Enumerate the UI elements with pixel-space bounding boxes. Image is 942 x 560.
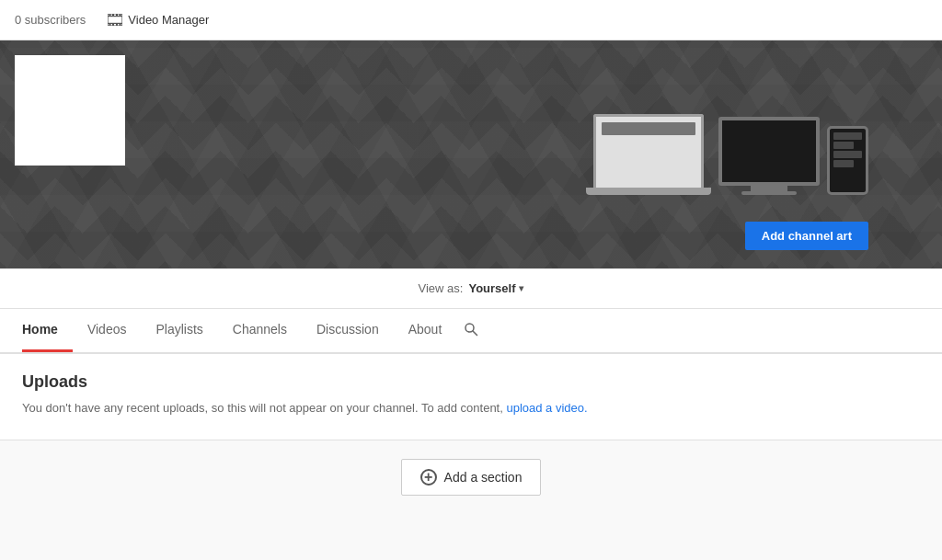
laptop-device [586, 114, 711, 195]
phone-line-1 [833, 132, 862, 140]
tab-playlists[interactable]: Playlists [141, 309, 217, 352]
svg-rect-1 [108, 16, 122, 17]
laptop-screen [593, 114, 704, 188]
tv-device [718, 117, 820, 195]
uploads-desc-text: You don't have any recent uploads, so th… [22, 401, 503, 415]
svg-rect-3 [109, 14, 111, 16]
tab-search-icon[interactable] [456, 313, 486, 349]
add-section-button[interactable]: + Add a section [401, 459, 542, 496]
devices-illustration [586, 114, 868, 195]
svg-rect-10 [120, 24, 121, 26]
video-manager-label: Video Manager [128, 13, 209, 27]
svg-rect-2 [108, 23, 122, 24]
view-as-selector[interactable]: Yourself ▾ [468, 281, 523, 295]
tv-screen [718, 117, 820, 186]
channel-tabs: Home Videos Playlists Channels Discussio… [0, 309, 942, 353]
view-as-bar: View as: Yourself ▾ [0, 269, 942, 309]
svg-line-12 [473, 331, 477, 336]
subscriber-number: 0 [15, 13, 21, 27]
svg-rect-7 [109, 24, 111, 26]
svg-rect-6 [120, 14, 121, 16]
video-manager-link[interactable]: Video Manager [108, 13, 209, 27]
phone-line-3 [833, 151, 862, 158]
laptop-base [586, 188, 711, 195]
tab-home[interactable]: Home [22, 309, 73, 352]
svg-rect-5 [116, 14, 118, 16]
chevron-down-icon: ▾ [519, 283, 523, 293]
phone-device [827, 126, 868, 195]
add-section-area: + Add a section [0, 440, 942, 514]
tab-about[interactable]: About [394, 309, 457, 352]
tab-discussion[interactable]: Discussion [302, 309, 394, 352]
svg-rect-4 [112, 14, 114, 16]
add-section-plus-icon: + [420, 469, 437, 486]
add-section-label: Add a section [444, 470, 523, 485]
laptop-screen-bar [602, 122, 695, 135]
subscribers-count: 0 subscribers [15, 13, 86, 27]
content-area: Uploads You don't have any recent upload… [0, 353, 942, 514]
uploads-section: Uploads You don't have any recent upload… [0, 354, 942, 440]
add-channel-art-button[interactable]: Add channel art [745, 222, 868, 250]
phone-line-4 [833, 160, 854, 167]
uploads-description: You don't have any recent uploads, so th… [22, 399, 920, 417]
channel-avatar [15, 55, 125, 166]
tab-videos[interactable]: Videos [73, 309, 142, 352]
tab-channels[interactable]: Channels [218, 309, 302, 352]
uploads-title: Uploads [22, 372, 920, 392]
video-manager-icon [108, 14, 122, 26]
upload-video-link[interactable]: upload a video. [506, 401, 587, 415]
subscribers-label: subscribers [25, 13, 86, 27]
view-as-value: Yourself [468, 281, 515, 295]
view-as-label: View as: [419, 281, 464, 295]
channel-art-banner: Add channel art [0, 40, 942, 269]
svg-rect-9 [116, 24, 118, 26]
phone-line-2 [833, 142, 854, 149]
svg-rect-8 [112, 24, 114, 26]
top-bar: 0 subscribers Video Manager [0, 0, 942, 40]
tv-base [741, 191, 797, 195]
